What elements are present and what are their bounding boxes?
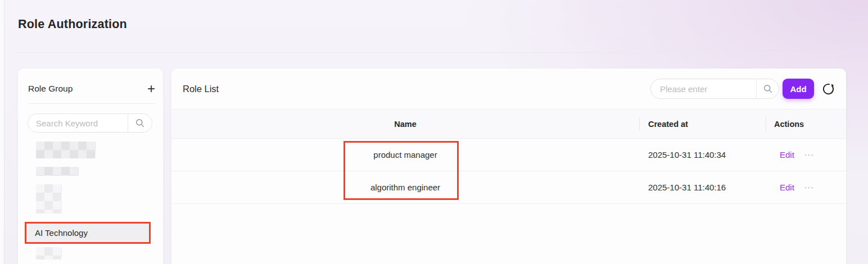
table-row: algorithm engineer 2025-10-31 11:40:16 E… [171,171,846,204]
role-search-button[interactable] [756,79,779,98]
column-header-created-at: Created at [639,120,766,129]
edit-button[interactable]: Edit [780,150,794,160]
add-role-group-button[interactable]: + [147,82,155,95]
role-list-toolbar: Role List Add [171,69,846,110]
role-search-input[interactable] [651,79,756,98]
refresh-icon [822,83,835,95]
redacted-role-group-item[interactable] [36,184,62,213]
role-group-search-box [28,113,152,133]
page-title: Role Authorization [18,17,127,31]
role-group-search-button[interactable] [128,114,152,132]
table-header: Name Created at Actions [171,110,846,139]
actions-cell: Edit ⋯ [766,183,846,192]
created-at-cell: 2025-10-31 11:40:16 [639,183,766,192]
more-actions-icon[interactable]: ⋯ [804,152,815,158]
redacted-role-group-item[interactable] [36,167,79,176]
header-divider [17,52,847,53]
column-header-name: Name [171,120,639,129]
annotation-box-role-group: AI Technology [25,222,151,244]
role-group-panel: Role Group + AI Technology [18,69,163,264]
add-role-button[interactable]: Add [783,79,814,99]
column-header-actions: Actions [766,120,846,129]
role-name-cell: product manager [171,150,639,160]
created-at-cell: 2025-10-31 11:40:34 [639,150,766,160]
toolbar-controls: Add [650,79,835,99]
divider [28,103,156,104]
role-list-title: Role List [183,84,219,94]
role-search-box [650,79,779,99]
redacted-role-group-item[interactable] [36,247,62,260]
role-group-header: Role Group + [28,81,155,97]
table-row: product manager 2025-10-31 11:40:34 Edit… [171,139,846,171]
redacted-role-group-item[interactable] [36,142,96,158]
role-group-search-input[interactable] [28,114,128,132]
role-group-item-ai-technology[interactable]: AI Technology [26,224,149,242]
column-separator [639,117,640,131]
search-icon [135,118,145,128]
search-icon [763,84,773,94]
more-actions-icon[interactable]: ⋯ [804,185,815,190]
role-group-title: Role Group [28,84,73,94]
refresh-button[interactable] [821,82,835,95]
role-group-item-label: AI Technology [35,228,88,238]
actions-cell: Edit ⋯ [766,150,846,160]
role-name-cell: algorithm engineer [171,183,639,192]
role-list-panel: Role List Add Name Created [171,69,846,264]
edit-button[interactable]: Edit [780,183,794,192]
column-separator [766,117,766,131]
left-edge-strip [0,0,4,264]
